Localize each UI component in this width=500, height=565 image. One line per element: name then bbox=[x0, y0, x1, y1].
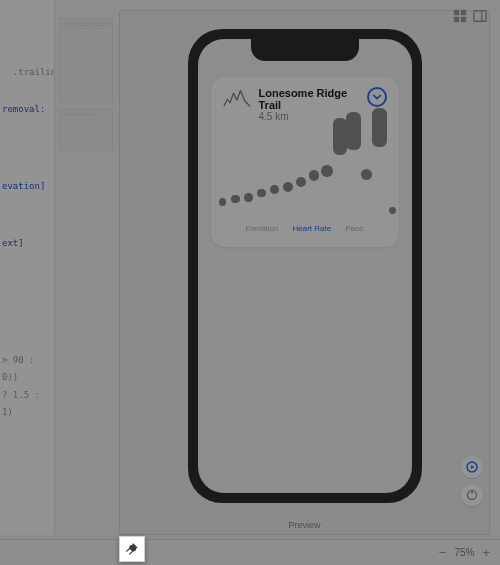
expand-button[interactable] bbox=[367, 87, 387, 107]
card-title: Lonesome Ridge Trail bbox=[259, 87, 359, 111]
xcode-window: .trailing) removal: evation] ext] > 90 :… bbox=[0, 0, 500, 565]
zoom-value: 75% bbox=[454, 547, 474, 558]
zoom-in-button[interactable]: + bbox=[482, 546, 490, 559]
device-notch bbox=[251, 39, 359, 61]
preview-label: Preview bbox=[120, 520, 489, 530]
panel-icon[interactable] bbox=[473, 9, 487, 23]
svg-marker-7 bbox=[471, 465, 475, 469]
minimap[interactable]: ||||||||||||||||||||||||||||||||||||||||… bbox=[55, 12, 117, 532]
code-snippet: ext] bbox=[2, 238, 24, 248]
segment-pace[interactable]: Pace bbox=[345, 224, 363, 233]
preview-canvas: Lonesome Ridge Trail 4.5 km Elevation He… bbox=[119, 10, 490, 535]
segmented-control[interactable]: Elevation Heart Rate Pace bbox=[223, 224, 387, 233]
heart-rate-chart bbox=[223, 132, 387, 218]
trail-card: Lonesome Ridge Trail 4.5 km Elevation He… bbox=[211, 77, 399, 247]
grid-icon[interactable] bbox=[453, 9, 467, 23]
svg-rect-0 bbox=[454, 10, 459, 15]
chart-point bbox=[309, 170, 320, 181]
svg-rect-1 bbox=[461, 10, 466, 15]
svg-rect-4 bbox=[474, 11, 486, 22]
zoom-out-button[interactable]: − bbox=[439, 546, 447, 559]
chart-point bbox=[283, 182, 293, 192]
device-frame: Lonesome Ridge Trail 4.5 km Elevation He… bbox=[188, 29, 422, 503]
chart-point bbox=[321, 165, 332, 176]
chart-point bbox=[389, 207, 396, 214]
chart-point bbox=[296, 177, 306, 187]
chart-point bbox=[257, 189, 266, 198]
minimap-chunk: ||||||||||||||||||||||||||||||||||||||||… bbox=[59, 18, 113, 103]
ridge-icon bbox=[223, 87, 251, 111]
segment-elevation[interactable]: Elevation bbox=[246, 224, 279, 233]
chart-point bbox=[346, 112, 361, 150]
code-snippet: ? 1.5 : 1) bbox=[2, 390, 40, 417]
chart-point bbox=[372, 108, 387, 147]
code-snippet: removal: bbox=[2, 104, 45, 114]
refresh-button[interactable] bbox=[461, 484, 483, 506]
live-preview-button[interactable] bbox=[461, 456, 483, 478]
code-editor[interactable]: .trailing) removal: evation] ext] > 90 :… bbox=[0, 0, 55, 535]
device-screen: Lonesome Ridge Trail 4.5 km Elevation He… bbox=[198, 39, 412, 493]
code-snippet: .trailing) bbox=[13, 67, 55, 77]
chart-point bbox=[219, 198, 227, 206]
chart-point bbox=[361, 169, 372, 180]
bottom-bar: − 75% + bbox=[0, 539, 500, 565]
chart-point bbox=[270, 185, 279, 194]
chart-point bbox=[244, 193, 252, 201]
svg-rect-2 bbox=[454, 17, 459, 22]
code-snippet: evation] bbox=[2, 181, 45, 191]
segment-heart-rate[interactable]: Heart Rate bbox=[293, 224, 332, 233]
zoom-controls: − 75% + bbox=[439, 546, 500, 559]
chart-point bbox=[231, 195, 239, 203]
minimap-chunk: ||||||||||||||||||||||||||||||||||||||||… bbox=[59, 109, 113, 151]
pin-preview-button[interactable] bbox=[119, 536, 145, 562]
code-snippet: > 90 : 0)) bbox=[2, 355, 35, 382]
svg-rect-3 bbox=[461, 17, 466, 22]
